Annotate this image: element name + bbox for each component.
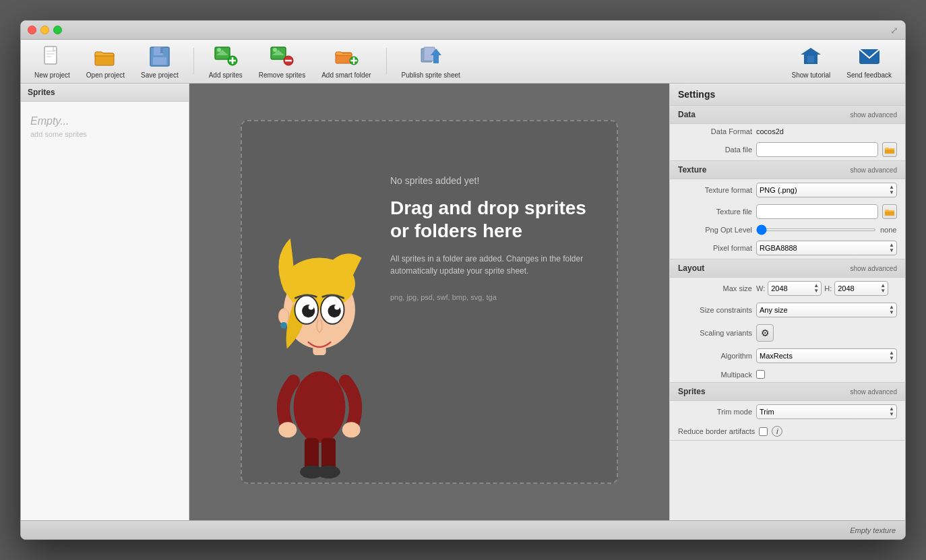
texture-section-title: Texture	[678, 165, 706, 175]
max-w-select[interactable]: 2048 1024 512	[768, 281, 822, 296]
size-constraints-label: Size constraints	[678, 306, 752, 314]
pixel-format-select-wrapper: RGBA8888 ▲▼	[756, 241, 897, 255]
scaling-variants-row: Scaling variants ⚙	[670, 321, 905, 345]
png-opt-level-slider[interactable]	[756, 228, 876, 231]
data-format-value: cocos2d	[756, 127, 784, 135]
drag-drop-title: Drag and drop sprites or folders here	[390, 197, 603, 242]
svg-point-31	[293, 371, 345, 443]
statusbar: Empty texture	[21, 520, 905, 539]
texture-show-advanced[interactable]: show advanced	[851, 166, 898, 174]
close-button[interactable]	[28, 26, 36, 34]
separator-1	[193, 48, 194, 75]
remove-sprites-button[interactable]: Remove sprites	[252, 42, 312, 82]
save-project-button[interactable]: Save project	[134, 42, 185, 82]
png-opt-none-label: none	[880, 226, 897, 234]
svg-point-17	[273, 48, 277, 52]
publish-button[interactable]: Publish sprite sheet	[395, 42, 467, 82]
texture-format-label: Texture format	[678, 186, 752, 194]
add-smart-folder-label: Add smart folder	[321, 71, 371, 79]
drag-drop-desc: All sprites in a folder are added. Chang…	[390, 253, 603, 277]
png-opt-level-label: Png Opt Level	[678, 226, 752, 234]
open-project-button[interactable]: Open project	[80, 42, 131, 82]
show-tutorial-icon	[799, 44, 823, 69]
reduce-border-checkbox[interactable]	[759, 427, 768, 436]
titlebar: ⤢	[21, 21, 905, 40]
data-section-header: Data show advanced	[670, 106, 905, 124]
svg-rect-8	[153, 57, 166, 65]
data-show-advanced[interactable]: show advanced	[851, 111, 898, 119]
texture-format-select[interactable]: PNG (.png)	[756, 183, 897, 197]
texture-file-row: Texture file	[670, 201, 905, 222]
svg-point-39	[309, 305, 314, 310]
svg-point-40	[334, 305, 340, 310]
settings-panel: Settings Data show advanced Data Format …	[669, 84, 905, 520]
add-smart-folder-button[interactable]: Add smart folder	[315, 42, 377, 82]
trim-mode-select[interactable]: Trim None	[756, 404, 897, 419]
resize-icon: ⤢	[890, 25, 898, 36]
minimize-button[interactable]	[40, 26, 49, 34]
texture-file-folder-btn[interactable]	[882, 204, 897, 219]
settings-section-layout: Layout show advanced Max size W: 2048 10…	[670, 259, 905, 383]
svg-rect-0	[44, 46, 57, 64]
layout-show-advanced[interactable]: show advanced	[851, 265, 898, 272]
texture-file-input[interactable]	[756, 204, 878, 219]
max-h-select[interactable]: 2048 1024 512	[834, 281, 888, 296]
remove-sprites-label: Remove sprites	[259, 71, 305, 79]
scaling-variants-gear[interactable]: ⚙	[756, 324, 774, 342]
layout-section-header: Layout show advanced	[670, 259, 905, 278]
max-size-inputs: W: 2048 1024 512 ▲▼ H: 204	[756, 281, 888, 296]
separator-2	[386, 48, 387, 75]
data-file-input[interactable]	[756, 142, 878, 157]
svg-point-44	[342, 422, 361, 437]
sprites-show-advanced[interactable]: show advanced	[851, 388, 898, 396]
svg-point-11	[217, 48, 221, 52]
settings-section-sprites: Sprites show advanced Trim mode Trim Non…	[670, 383, 905, 441]
sprites-panel: Sprites Empty... add some sprites	[21, 84, 189, 520]
data-file-label: Data file	[678, 146, 752, 154]
new-project-icon	[40, 44, 64, 69]
add-sprites-button[interactable]: Add sprites	[202, 42, 249, 82]
maximize-button[interactable]	[53, 26, 62, 34]
size-constraints-row: Size constraints Any size POT ▲▼	[670, 299, 905, 321]
new-project-label: New project	[34, 71, 70, 79]
show-tutorial-label: Show tutorial	[791, 71, 830, 79]
texture-format-select-wrapper: PNG (.png) ▲▼	[756, 183, 897, 197]
reduce-border-info-icon[interactable]: i	[772, 426, 782, 437]
open-project-label: Open project	[86, 71, 125, 79]
show-tutorial-button[interactable]: Show tutorial	[784, 42, 837, 82]
size-constraints-select[interactable]: Any size POT	[756, 303, 897, 317]
max-h-select-wrapper: 2048 1024 512 ▲▼	[834, 281, 888, 296]
data-format-row: Data Format cocos2d	[670, 124, 905, 139]
main-window: ⤢ New project	[20, 20, 906, 540]
algorithm-label: Algorithm	[678, 352, 752, 360]
pixel-format-select[interactable]: RGBA8888	[756, 241, 897, 255]
traffic-lights	[28, 26, 62, 34]
sprites-section-header: Sprites show advanced	[670, 383, 905, 401]
trim-mode-label: Trim mode	[678, 408, 752, 416]
svg-rect-29	[807, 56, 814, 63]
main-area: Sprites Empty... add some sprites	[21, 84, 905, 520]
svg-rect-7	[160, 47, 163, 53]
png-opt-level-row: Png Opt Level none	[670, 222, 905, 237]
multipack-checkbox[interactable]	[756, 370, 765, 379]
data-file-folder-btn[interactable]	[882, 142, 897, 157]
publish-label: Publish sprite sheet	[402, 71, 460, 79]
max-size-row: Max size W: 2048 1024 512 ▲▼ H:	[670, 278, 905, 299]
send-feedback-button[interactable]: Send feedback	[840, 42, 898, 82]
trim-mode-select-wrapper: Trim None ▲▼	[756, 404, 897, 419]
add-sprites-label: Add sprites	[209, 71, 243, 79]
new-project-button[interactable]: New project	[28, 42, 77, 82]
canvas-area[interactable]: No sprites added yet! Drag and drop spri…	[189, 84, 669, 520]
layout-section-title: Layout	[678, 263, 704, 273]
algorithm-row: Algorithm MaxRects Basic ▲▼	[670, 345, 905, 367]
algorithm-select[interactable]: MaxRects Basic	[756, 348, 897, 363]
data-format-label: Data Format	[678, 127, 752, 135]
algorithm-select-wrapper: MaxRects Basic ▲▼	[756, 348, 897, 363]
sprites-panel-header: Sprites	[21, 84, 189, 102]
max-w-select-wrapper: 2048 1024 512 ▲▼	[768, 281, 822, 296]
texture-file-label: Texture file	[678, 208, 752, 216]
svg-point-41	[278, 309, 288, 324]
add-smart-folder-icon	[334, 44, 359, 69]
reduce-border-label: Reduce border artifacts	[678, 427, 755, 435]
data-section-title: Data	[678, 110, 696, 119]
